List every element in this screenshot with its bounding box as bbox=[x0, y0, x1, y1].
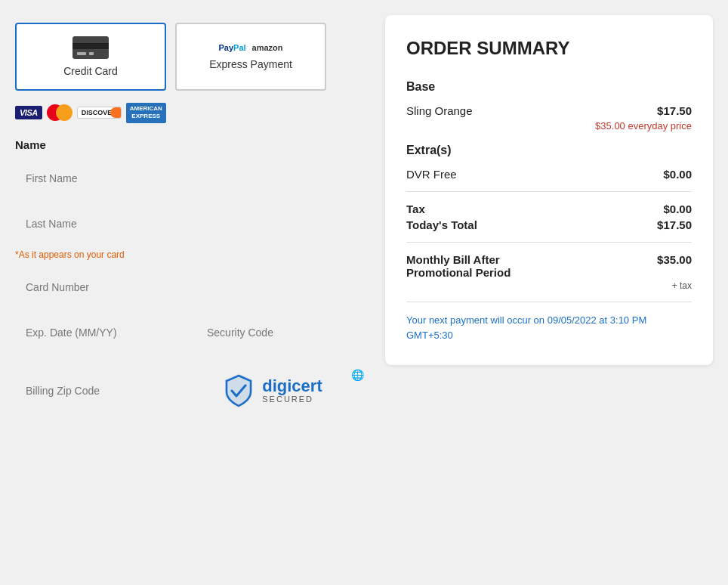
sling-orange-label: Sling Orange bbox=[406, 104, 473, 117]
monthly-label: Monthly Bill After Promotional Period bbox=[406, 253, 557, 279]
digicert-shield-icon bbox=[221, 373, 256, 408]
card-number-input[interactable] bbox=[15, 268, 370, 307]
name-section-label: Name bbox=[15, 138, 370, 151]
digicert-badge: 🌐 digicert SECURED bbox=[174, 364, 370, 417]
plus-tax: + tax bbox=[406, 280, 692, 291]
left-panel: Credit Card PayPal amazon Express Paymen… bbox=[15, 15, 370, 570]
todays-total-label: Today's Total bbox=[406, 218, 477, 231]
todays-total-amount: $17.50 bbox=[657, 218, 692, 231]
order-summary-title: ORDER SUMMARY bbox=[406, 38, 692, 59]
sling-orange-row: Sling Orange $17.50 bbox=[406, 104, 692, 117]
tax-row: Tax $0.00 bbox=[406, 203, 692, 215]
amazon-pay-icon: amazon bbox=[252, 43, 283, 52]
bottom-row: 🌐 digicert SECURED bbox=[15, 364, 370, 417]
monthly-amount: $35.00 bbox=[657, 253, 692, 266]
dvr-row: DVR Free $0.00 bbox=[406, 168, 692, 181]
credit-card-icon bbox=[72, 36, 109, 59]
visa-logo: VISA bbox=[15, 106, 42, 119]
discover-logo: DISCOVER bbox=[77, 107, 122, 119]
digicert-secured-label: SECURED bbox=[262, 395, 322, 404]
exp-date-input[interactable] bbox=[15, 313, 189, 352]
card-logos: VISA DISCOVER AMERICAN EXPRESS bbox=[15, 103, 370, 123]
globe-icon: 🌐 bbox=[351, 369, 364, 381]
order-summary-panel: ORDER SUMMARY Base Sling Orange $17.50 $… bbox=[385, 15, 713, 365]
express-icons: PayPal amazon bbox=[218, 43, 282, 52]
divider-2 bbox=[406, 242, 692, 243]
monthly-section: Monthly Bill After Promotional Period $3… bbox=[406, 253, 692, 291]
billing-zip-input[interactable] bbox=[15, 364, 166, 417]
digicert-text: digicert SECURED bbox=[262, 378, 322, 404]
card-note: *As it appears on your card bbox=[15, 249, 370, 260]
credit-card-label: Credit Card bbox=[63, 65, 118, 77]
dvr-label: DVR Free bbox=[406, 168, 457, 181]
digicert-name: digicert bbox=[262, 378, 322, 395]
dvr-price: $0.00 bbox=[663, 168, 692, 181]
divider-1 bbox=[406, 191, 692, 192]
svg-rect-3 bbox=[89, 52, 94, 55]
todays-total-row: Today's Total $17.50 bbox=[406, 218, 692, 231]
tax-label: Tax bbox=[406, 203, 425, 215]
last-name-input[interactable] bbox=[15, 204, 370, 243]
divider-3 bbox=[406, 302, 692, 302]
tax-amount: $0.00 bbox=[663, 203, 692, 215]
security-code-input[interactable] bbox=[196, 313, 370, 352]
mastercard-logo bbox=[47, 104, 72, 121]
payment-methods: Credit Card PayPal amazon Express Paymen… bbox=[15, 23, 370, 91]
first-name-input[interactable] bbox=[15, 159, 370, 198]
next-payment-text: Your next payment will occur on 09/05/20… bbox=[406, 313, 692, 342]
base-section-header: Base bbox=[406, 80, 692, 94]
svg-rect-1 bbox=[72, 43, 109, 49]
exp-security-row bbox=[15, 313, 370, 358]
credit-card-option[interactable]: Credit Card bbox=[15, 23, 166, 91]
sling-orange-price: $17.50 bbox=[657, 104, 692, 117]
svg-rect-2 bbox=[77, 52, 86, 55]
express-payment-label: Express Payment bbox=[209, 58, 292, 70]
express-payment-option[interactable]: PayPal amazon Express Payment bbox=[175, 23, 326, 91]
monthly-row: Monthly Bill After Promotional Period $3… bbox=[406, 253, 692, 279]
extras-section-header: Extra(s) bbox=[406, 144, 692, 157]
amex-logo: AMERICAN EXPRESS bbox=[126, 103, 166, 123]
paypal-icon: PayPal bbox=[218, 43, 245, 52]
digicert-content: digicert SECURED bbox=[221, 373, 322, 408]
everyday-price: $35.00 everyday price bbox=[406, 120, 692, 132]
